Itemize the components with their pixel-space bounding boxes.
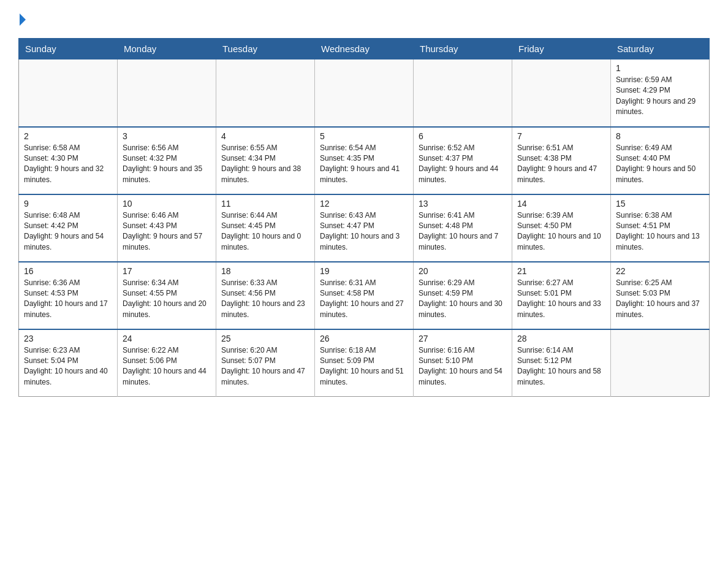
day-info: Sunrise: 6:14 AM Sunset: 5:12 PM Dayligh…: [517, 345, 605, 388]
day-number: 8: [616, 131, 704, 141]
day-number: 6: [419, 131, 507, 141]
day-number: 16: [24, 266, 112, 276]
calendar-table: SundayMondayTuesdayWednesdayThursdayFrid…: [18, 38, 710, 397]
day-number: 25: [221, 334, 309, 343]
day-number: 12: [320, 199, 408, 209]
calendar-cell: [19, 59, 118, 127]
calendar-week-row: 2Sunrise: 6:58 AM Sunset: 4:30 PM Daylig…: [19, 127, 710, 194]
calendar-cell: [611, 329, 710, 397]
calendar-cell: 17Sunrise: 6:34 AM Sunset: 4:55 PM Dayli…: [118, 262, 216, 329]
day-info: Sunrise: 6:31 AM Sunset: 4:58 PM Dayligh…: [320, 278, 408, 321]
day-number: 28: [517, 334, 605, 343]
calendar-header-row: SundayMondayTuesdayWednesdayThursdayFrid…: [19, 39, 710, 59]
day-info: Sunrise: 6:18 AM Sunset: 5:09 PM Dayligh…: [320, 345, 408, 388]
day-info: Sunrise: 6:56 AM Sunset: 4:32 PM Dayligh…: [123, 143, 211, 186]
day-number: 7: [517, 131, 605, 141]
day-info: Sunrise: 6:25 AM Sunset: 5:03 PM Dayligh…: [616, 278, 704, 321]
day-number: 20: [419, 266, 507, 276]
day-number: 4: [221, 131, 309, 141]
day-of-week-header: Sunday: [19, 39, 118, 59]
day-number: 11: [221, 199, 309, 209]
calendar-cell: 16Sunrise: 6:36 AM Sunset: 4:53 PM Dayli…: [19, 262, 118, 329]
calendar-cell: 3Sunrise: 6:56 AM Sunset: 4:32 PM Daylig…: [118, 127, 216, 194]
calendar-cell: 5Sunrise: 6:54 AM Sunset: 4:35 PM Daylig…: [315, 127, 414, 194]
day-info: Sunrise: 6:38 AM Sunset: 4:51 PM Dayligh…: [616, 210, 704, 253]
calendar-cell: 26Sunrise: 6:18 AM Sunset: 5:09 PM Dayli…: [315, 329, 414, 397]
day-number: 21: [517, 266, 605, 276]
day-of-week-header: Tuesday: [216, 39, 315, 59]
calendar-cell: 9Sunrise: 6:48 AM Sunset: 4:42 PM Daylig…: [19, 194, 118, 262]
day-info: Sunrise: 6:41 AM Sunset: 4:48 PM Dayligh…: [419, 210, 507, 253]
day-number: 14: [517, 199, 605, 209]
day-info: Sunrise: 6:46 AM Sunset: 4:43 PM Dayligh…: [123, 210, 211, 253]
logo: [18, 12, 26, 26]
day-info: Sunrise: 6:58 AM Sunset: 4:30 PM Dayligh…: [24, 143, 112, 186]
day-number: 26: [320, 334, 408, 343]
calendar-cell: 21Sunrise: 6:27 AM Sunset: 5:01 PM Dayli…: [512, 262, 611, 329]
day-info: Sunrise: 6:59 AM Sunset: 4:29 PM Dayligh…: [616, 75, 704, 118]
calendar-cell: [118, 59, 216, 127]
calendar-cell: [315, 59, 414, 127]
calendar-cell: 4Sunrise: 6:55 AM Sunset: 4:34 PM Daylig…: [216, 127, 315, 194]
calendar-cell: 28Sunrise: 6:14 AM Sunset: 5:12 PM Dayli…: [512, 329, 611, 397]
day-number: 1: [616, 63, 704, 73]
day-of-week-header: Thursday: [414, 39, 512, 59]
calendar-cell: 24Sunrise: 6:22 AM Sunset: 5:06 PM Dayli…: [118, 329, 216, 397]
day-number: 5: [320, 131, 408, 141]
calendar-cell: 13Sunrise: 6:41 AM Sunset: 4:48 PM Dayli…: [414, 194, 512, 262]
day-info: Sunrise: 6:49 AM Sunset: 4:40 PM Dayligh…: [616, 143, 704, 186]
calendar-week-row: 9Sunrise: 6:48 AM Sunset: 4:42 PM Daylig…: [19, 194, 710, 262]
calendar-week-row: 23Sunrise: 6:23 AM Sunset: 5:04 PM Dayli…: [19, 329, 710, 397]
calendar-cell: 15Sunrise: 6:38 AM Sunset: 4:51 PM Dayli…: [611, 194, 710, 262]
day-number: 2: [24, 131, 112, 141]
day-number: 17: [123, 266, 211, 276]
day-of-week-header: Saturday: [611, 39, 710, 59]
day-info: Sunrise: 6:20 AM Sunset: 5:07 PM Dayligh…: [221, 345, 309, 388]
day-of-week-header: Wednesday: [315, 39, 414, 59]
day-info: Sunrise: 6:34 AM Sunset: 4:55 PM Dayligh…: [123, 278, 211, 321]
calendar-cell: 1Sunrise: 6:59 AM Sunset: 4:29 PM Daylig…: [611, 59, 710, 127]
calendar-cell: 19Sunrise: 6:31 AM Sunset: 4:58 PM Dayli…: [315, 262, 414, 329]
day-info: Sunrise: 6:33 AM Sunset: 4:56 PM Dayligh…: [221, 278, 309, 321]
calendar-cell: 11Sunrise: 6:44 AM Sunset: 4:45 PM Dayli…: [216, 194, 315, 262]
day-info: Sunrise: 6:27 AM Sunset: 5:01 PM Dayligh…: [517, 278, 605, 321]
calendar-cell: 27Sunrise: 6:16 AM Sunset: 5:10 PM Dayli…: [414, 329, 512, 397]
day-number: 22: [616, 266, 704, 276]
calendar-cell: 18Sunrise: 6:33 AM Sunset: 4:56 PM Dayli…: [216, 262, 315, 329]
calendar-cell: 7Sunrise: 6:51 AM Sunset: 4:38 PM Daylig…: [512, 127, 611, 194]
calendar-cell: 14Sunrise: 6:39 AM Sunset: 4:50 PM Dayli…: [512, 194, 611, 262]
day-info: Sunrise: 6:44 AM Sunset: 4:45 PM Dayligh…: [221, 210, 309, 253]
day-number: 18: [221, 266, 309, 276]
day-info: Sunrise: 6:39 AM Sunset: 4:50 PM Dayligh…: [517, 210, 605, 253]
day-info: Sunrise: 6:23 AM Sunset: 5:04 PM Dayligh…: [24, 345, 112, 388]
calendar-cell: 10Sunrise: 6:46 AM Sunset: 4:43 PM Dayli…: [118, 194, 216, 262]
logo-arrow-icon: [20, 13, 26, 26]
page-header: [18, 12, 710, 26]
day-info: Sunrise: 6:16 AM Sunset: 5:10 PM Dayligh…: [419, 345, 507, 388]
calendar-cell: 25Sunrise: 6:20 AM Sunset: 5:07 PM Dayli…: [216, 329, 315, 397]
day-info: Sunrise: 6:29 AM Sunset: 4:59 PM Dayligh…: [419, 278, 507, 321]
day-info: Sunrise: 6:48 AM Sunset: 4:42 PM Dayligh…: [24, 210, 112, 253]
calendar-cell: 8Sunrise: 6:49 AM Sunset: 4:40 PM Daylig…: [611, 127, 710, 194]
day-number: 23: [24, 334, 112, 343]
day-of-week-header: Friday: [512, 39, 611, 59]
day-number: 24: [123, 334, 211, 343]
day-number: 19: [320, 266, 408, 276]
day-info: Sunrise: 6:55 AM Sunset: 4:34 PM Dayligh…: [221, 143, 309, 186]
calendar-cell: 20Sunrise: 6:29 AM Sunset: 4:59 PM Dayli…: [414, 262, 512, 329]
calendar-cell: 23Sunrise: 6:23 AM Sunset: 5:04 PM Dayli…: [19, 329, 118, 397]
day-number: 10: [123, 199, 211, 209]
day-info: Sunrise: 6:54 AM Sunset: 4:35 PM Dayligh…: [320, 143, 408, 186]
calendar-cell: [216, 59, 315, 127]
day-number: 9: [24, 199, 112, 209]
calendar-cell: [512, 59, 611, 127]
day-info: Sunrise: 6:52 AM Sunset: 4:37 PM Dayligh…: [419, 143, 507, 186]
calendar-cell: 22Sunrise: 6:25 AM Sunset: 5:03 PM Dayli…: [611, 262, 710, 329]
day-of-week-header: Monday: [118, 39, 216, 59]
day-number: 13: [419, 199, 507, 209]
calendar-cell: 6Sunrise: 6:52 AM Sunset: 4:37 PM Daylig…: [414, 127, 512, 194]
day-info: Sunrise: 6:36 AM Sunset: 4:53 PM Dayligh…: [24, 278, 112, 321]
day-info: Sunrise: 6:22 AM Sunset: 5:06 PM Dayligh…: [123, 345, 211, 388]
day-info: Sunrise: 6:43 AM Sunset: 4:47 PM Dayligh…: [320, 210, 408, 253]
day-number: 3: [123, 131, 211, 141]
